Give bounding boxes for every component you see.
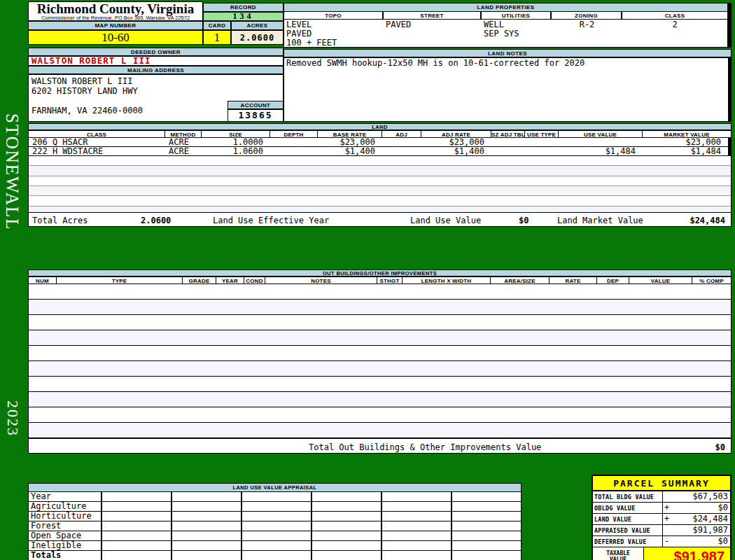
out-buildings-empty-row xyxy=(29,315,731,330)
land-use-appraisal-cell xyxy=(451,502,522,512)
land-use-appraisal-row-label: Year xyxy=(28,492,102,502)
land-use-appraisal-cell xyxy=(312,551,382,560)
col-year: YEAR xyxy=(216,276,244,284)
land-use-appraisal-row: Open Space xyxy=(28,531,522,541)
out-buildings-empty-row xyxy=(29,423,731,438)
land-use-appraisal-cell xyxy=(102,512,172,522)
land-use-appraisal-cell xyxy=(451,492,522,502)
card-value: 1 xyxy=(203,30,231,45)
out-buildings-empty-row xyxy=(29,361,731,377)
land-use-appraisal-cell xyxy=(172,531,241,541)
out-buildings-empty-row xyxy=(29,300,731,315)
zoning-value: R-2 xyxy=(552,20,622,29)
land-use-appraisal-cell xyxy=(102,551,172,560)
acres-value: 2.0600 xyxy=(231,30,284,45)
land-use-appraisal-cell xyxy=(312,512,382,522)
land-use-appraisal-cell xyxy=(172,502,241,512)
effective-year-label: Land Use Effective Year xyxy=(213,216,329,225)
record-value: 134 xyxy=(203,12,284,21)
land-use-appraisal-cell xyxy=(451,522,522,531)
land-use-appraisal-cell xyxy=(382,541,451,551)
col-method: METHOD xyxy=(165,130,202,138)
parcel-summary-row: OBLDG VALUE + $0 xyxy=(593,503,730,514)
taxable-value: $91,987 xyxy=(644,547,730,560)
land-use-value-label: Land Use Value xyxy=(410,216,481,225)
col-use-type: USE TYPE xyxy=(525,130,559,138)
land-empty-row xyxy=(29,166,731,176)
land-use-appraisal-cell xyxy=(312,502,382,512)
account-header: ACCOUNT xyxy=(227,101,284,109)
col-grade: GRADE xyxy=(183,276,216,284)
land-use-appraisal-cell xyxy=(451,551,522,560)
land-use-appraisal-row-label: Open Space xyxy=(28,531,102,541)
land-use-appraisal-rows: YearAgricultureHorticultureForestOpen Sp… xyxy=(28,492,522,560)
land-use-appraisal-cell xyxy=(312,522,382,531)
land-market-value: $24,484 xyxy=(690,216,725,225)
land-use-appraisal-cell xyxy=(102,531,172,541)
land-row: 222 H WDSTACRE ACRE 1.0600 $1,400 $1,400… xyxy=(28,147,732,156)
total-acres-value: 2.0600 xyxy=(141,216,171,225)
col-sz-adj-tbl: SZ ADJ TBL xyxy=(491,130,525,138)
utilities-value: WELL xyxy=(482,20,552,29)
land-use-appraisal-cell xyxy=(102,492,172,502)
out-buildings-empty-row xyxy=(29,407,731,423)
topo-value: PAVED xyxy=(284,29,384,38)
land-totals-row: Total Acres 2.0600 Land Use Effective Ye… xyxy=(28,212,732,227)
land-row: 206 Q HSACR ACRE 1.0000 $23,000 $23,000 … xyxy=(28,138,732,147)
land-use-appraisal-row-label: Horticulture xyxy=(28,512,102,522)
land-notes-body: Removed SWMH hookup-12x50 MH is on 10-61… xyxy=(284,57,732,122)
col-zoning: ZONING xyxy=(551,12,622,20)
property-record-card: { "page": { "district": "STONEWALL", "ye… xyxy=(0,0,735,560)
col-utilities: UTILITIES xyxy=(481,12,551,20)
col-rate: RATE xyxy=(550,276,597,284)
land-use-appraisal-cell xyxy=(102,502,172,512)
topo-value: LEVEL xyxy=(284,20,384,29)
land-empty-row xyxy=(29,156,731,166)
col-cond: COND xyxy=(244,276,265,284)
out-buildings-empty-row xyxy=(29,377,731,392)
land-use-appraisal-cell xyxy=(241,512,312,522)
land-properties-section: LAND PROPERTIES TOPO STREET UTILITIES ZO… xyxy=(284,3,732,48)
land-use-appraisal-cell xyxy=(172,541,241,551)
col-adj-rate: ADJ RATE xyxy=(421,130,491,138)
col-class: CLASS xyxy=(29,130,165,138)
land-use-appraisal-cell xyxy=(241,531,312,541)
land-empty-rows xyxy=(28,156,732,212)
land-use-appraisal-title: LAND USE VALUE APPRAISAL xyxy=(28,483,522,492)
land-use-appraisal-cell xyxy=(241,541,312,551)
year-vertical-label: 2023 xyxy=(4,400,22,437)
total-acres-label: Total Acres xyxy=(32,216,88,225)
col-sthgt: STHGT xyxy=(377,276,402,284)
land-use-appraisal-cell xyxy=(382,512,451,522)
land-use-appraisal-cell xyxy=(241,492,312,502)
land-use-appraisal-cell xyxy=(382,522,451,531)
land-properties-values: LEVEL PAVED WELL R-2 2 PAVED SEP SYS 100… xyxy=(284,20,728,48)
land-use-appraisal-cell xyxy=(241,502,312,512)
account-value: 13865 xyxy=(227,109,284,122)
col-class: CLASS xyxy=(622,12,728,20)
map-number-header: MAP NUMBER xyxy=(28,21,203,30)
land-use-appraisal-cell xyxy=(382,551,451,560)
out-buildings-empty-row xyxy=(29,284,731,300)
col-market-value: MARKET VALUE xyxy=(643,130,732,138)
county-title: Richmond County, Virginia xyxy=(29,2,202,15)
commissioner-subtitle: Commissioner of the Revenue, PO Box 365,… xyxy=(29,15,202,21)
col-adj: ADJ xyxy=(382,130,421,138)
land-properties-column-headers: TOPO STREET UTILITIES ZONING CLASS xyxy=(284,12,728,20)
col-dep: DEP xyxy=(597,276,629,284)
out-buildings-total-label: Total Out Buildings & Other Improvements… xyxy=(309,442,541,452)
land-use-appraisal-cell xyxy=(451,512,522,522)
land-properties-title: LAND PROPERTIES xyxy=(284,3,728,12)
col-topo: TOPO xyxy=(284,12,383,20)
col-length-width: LENGTH X WIDTH xyxy=(402,276,491,284)
card-header: CARD xyxy=(203,21,231,30)
land-empty-row xyxy=(29,176,731,186)
parcel-summary-row: APPRAISED VALUE $91,987 xyxy=(593,525,730,536)
parcel-summary-row: LAND VALUE + $24,484 xyxy=(593,514,730,525)
out-buildings-title: OUT BUILDINGS/OTHER IMPROVEMENTS xyxy=(28,270,732,276)
out-buildings-empty-row xyxy=(29,392,731,407)
land-use-appraisal-cell xyxy=(312,531,382,541)
land-use-appraisal-cell xyxy=(312,492,382,502)
land-use-appraisal-row-label: Totals xyxy=(28,551,102,560)
land-column-headers: CLASS METHOD SIZE DEPTH BASE RATE ADJ AD… xyxy=(28,130,732,138)
